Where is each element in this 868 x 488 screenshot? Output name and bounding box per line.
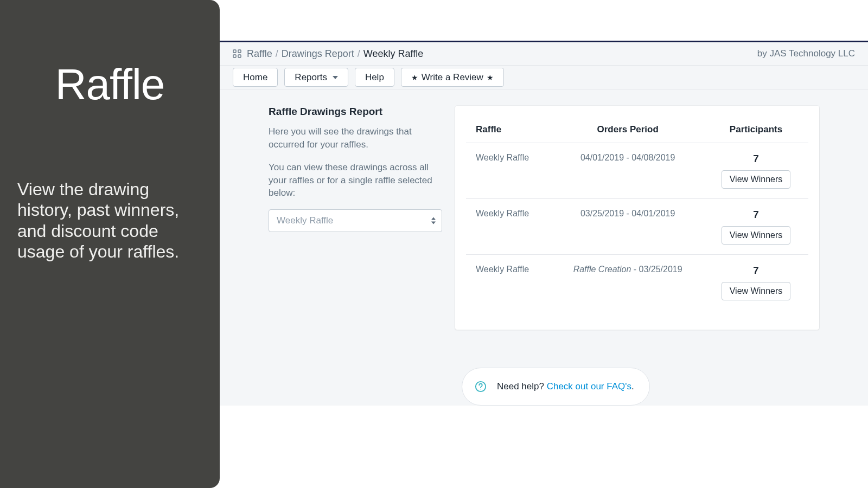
breadcrumb-link-drawings[interactable]: Drawings Report xyxy=(282,48,354,60)
help-pill: Need help? Check out our FAQ's. xyxy=(462,368,650,406)
help-text: Need help? Check out our FAQ's. xyxy=(497,381,634,392)
help-prefix: Need help? xyxy=(497,381,547,391)
left-panel: Raffle Drawings Report Here you will see… xyxy=(269,106,442,232)
breadcrumb-current: Weekly Raffle xyxy=(363,48,423,60)
faq-link[interactable]: Check out our FAQ's xyxy=(547,381,631,391)
th-raffle: Raffle xyxy=(466,119,552,143)
period-prefix: Raffle Creation xyxy=(573,265,631,274)
left-panel-p1: Here you will see the drawings that occu… xyxy=(269,125,442,151)
help-button[interactable]: Help xyxy=(355,68,394,87)
table-row: Weekly Raffle 03/25/2019 - 04/01/2019 7 … xyxy=(466,199,808,255)
question-icon xyxy=(475,381,487,393)
bottom-spacer xyxy=(220,406,868,488)
drawings-table: Raffle Orders Period Participants Weekly… xyxy=(466,119,808,310)
star-icon: ★ xyxy=(411,74,418,81)
right-column: Raffle Orders Period Participants Weekly… xyxy=(455,106,819,406)
star-icon: ★ xyxy=(487,74,494,81)
th-orders-period: Orders Period xyxy=(552,119,704,143)
table-row: Weekly Raffle 04/01/2019 - 04/08/2019 7 … xyxy=(466,143,808,199)
caret-down-icon xyxy=(333,76,338,79)
sidebar-title: Raffle xyxy=(55,60,165,110)
breadcrumb-bar: Raffle / Drawings Report / Weekly Raffle… xyxy=(220,42,868,66)
select-arrows-icon xyxy=(431,217,436,224)
svg-rect-3 xyxy=(238,55,241,57)
home-button[interactable]: Home xyxy=(233,68,278,87)
content: Raffle Drawings Report Here you will see… xyxy=(220,89,868,406)
cell-raffle: Weekly Raffle xyxy=(466,255,552,311)
top-spacer xyxy=(220,0,868,42)
cell-period: Raffle Creation - 03/25/2019 xyxy=(552,255,704,311)
cell-raffle: Weekly Raffle xyxy=(466,143,552,199)
toolbar: Home Reports Help ★ Write a Review ★ xyxy=(220,66,868,89)
write-review-label: Write a Review xyxy=(422,73,483,82)
cell-participants: 7 View Winners xyxy=(704,255,808,311)
table-row: Weekly Raffle Raffle Creation - 03/25/20… xyxy=(466,255,808,311)
svg-rect-0 xyxy=(233,50,236,53)
apps-icon xyxy=(233,49,241,58)
raffle-select-wrap: Weekly Raffle xyxy=(269,209,442,232)
cell-raffle: Weekly Raffle xyxy=(466,199,552,255)
breadcrumb-link-raffle[interactable]: Raffle xyxy=(247,48,272,60)
cell-period: 03/25/2019 - 04/01/2019 xyxy=(552,199,704,255)
view-winners-button[interactable]: View Winners xyxy=(722,226,791,245)
write-review-button[interactable]: ★ Write a Review ★ xyxy=(401,68,504,87)
reports-dropdown[interactable]: Reports xyxy=(284,68,348,87)
view-winners-button[interactable]: View Winners xyxy=(722,170,791,189)
participants-count: 7 xyxy=(713,153,799,165)
svg-rect-1 xyxy=(238,50,241,53)
drawings-card: Raffle Orders Period Participants Weekly… xyxy=(455,106,819,330)
cell-participants: 7 View Winners xyxy=(704,199,808,255)
help-icon-circle xyxy=(472,378,489,395)
svg-point-5 xyxy=(480,389,481,390)
participants-count: 7 xyxy=(713,209,799,221)
participants-count: 7 xyxy=(713,265,799,277)
breadcrumb-sep: / xyxy=(276,48,278,60)
th-participants: Participants xyxy=(704,119,808,143)
cell-period: 04/01/2019 - 04/08/2019 xyxy=(552,143,704,199)
left-panel-heading: Raffle Drawings Report xyxy=(269,106,442,118)
main: Raffle / Drawings Report / Weekly Raffle… xyxy=(220,0,868,488)
breadcrumb-sep: / xyxy=(358,48,360,60)
svg-rect-2 xyxy=(233,55,236,57)
cell-participants: 7 View Winners xyxy=(704,143,808,199)
left-panel-p2: You can view these drawings across all y… xyxy=(269,161,442,200)
vendor-text: by JAS Technology LLC xyxy=(757,48,855,59)
sidebar: Raffle View the drawing history, past wi… xyxy=(0,0,220,488)
view-winners-button[interactable]: View Winners xyxy=(722,282,791,300)
sidebar-description: View the drawing history, past winners, … xyxy=(17,179,196,262)
help-suffix: . xyxy=(631,381,634,391)
reports-label: Reports xyxy=(295,73,327,82)
raffle-select[interactable]: Weekly Raffle xyxy=(269,209,442,232)
